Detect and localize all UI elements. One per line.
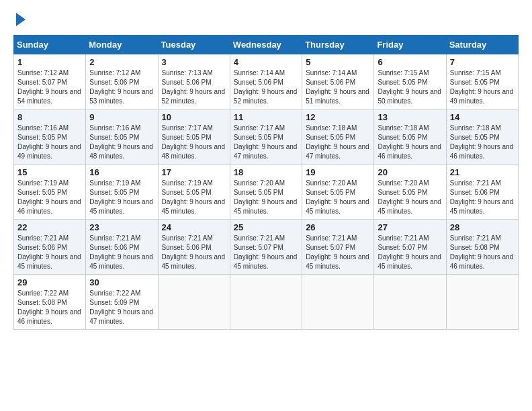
day-number: 4 [234,57,298,67]
calendar-cell: 18Sunrise: 7:20 AMSunset: 5:05 PMDayligh… [230,164,302,219]
header-friday: Friday [374,35,446,54]
calendar-cell: 20Sunrise: 7:20 AMSunset: 5:05 PMDayligh… [374,164,446,219]
day-info: Sunrise: 7:15 AMSunset: 5:05 PMDaylight:… [378,68,442,106]
day-number: 22 [17,222,82,232]
day-number: 16 [89,167,154,177]
header-saturday: Saturday [446,35,518,54]
calendar-cell: 28Sunrise: 7:21 AMSunset: 5:08 PMDayligh… [446,219,518,274]
day-info: Sunrise: 7:20 AMSunset: 5:05 PMDaylight:… [306,179,370,216]
calendar-cell: 7Sunrise: 7:15 AMSunset: 5:05 PMDaylight… [446,54,518,109]
calendar-week-row: 1Sunrise: 7:12 AMSunset: 5:07 PMDaylight… [14,54,519,109]
day-number: 15 [17,167,82,177]
calendar-cell: 27Sunrise: 7:21 AMSunset: 5:07 PMDayligh… [374,219,446,274]
day-number: 20 [378,167,442,177]
calendar-cell: 26Sunrise: 7:21 AMSunset: 5:07 PMDayligh… [302,219,374,274]
day-number: 2 [89,57,154,67]
calendar-cell: 22Sunrise: 7:21 AMSunset: 5:06 PMDayligh… [14,219,86,274]
calendar-cell: 23Sunrise: 7:21 AMSunset: 5:06 PMDayligh… [86,219,158,274]
day-info: Sunrise: 7:19 AMSunset: 5:05 PMDaylight:… [89,179,154,216]
day-number: 18 [234,167,298,177]
day-number: 25 [234,222,298,232]
calendar-cell: 15Sunrise: 7:19 AMSunset: 5:05 PMDayligh… [14,164,86,219]
header-monday: Monday [86,35,158,54]
day-number: 29 [17,277,82,287]
header-sunday: Sunday [14,35,86,54]
calendar-cell: 29Sunrise: 7:22 AMSunset: 5:08 PMDayligh… [14,274,86,329]
day-info: Sunrise: 7:20 AMSunset: 5:05 PMDaylight:… [234,179,298,216]
day-info: Sunrise: 7:16 AMSunset: 5:05 PMDaylight:… [89,124,154,161]
page-header [13,13,519,28]
day-number: 24 [162,222,226,232]
calendar-cell [446,274,518,329]
day-info: Sunrise: 7:17 AMSunset: 5:05 PMDaylight:… [234,124,298,161]
calendar-cell: 12Sunrise: 7:18 AMSunset: 5:05 PMDayligh… [302,109,374,164]
day-number: 5 [306,57,370,67]
header-thursday: Thursday [302,35,374,54]
header-tuesday: Tuesday [158,35,230,54]
logo [13,13,26,28]
day-number: 11 [234,112,298,122]
day-number: 27 [378,222,442,232]
day-number: 10 [162,112,226,122]
day-info: Sunrise: 7:18 AMSunset: 5:05 PMDaylight:… [306,124,370,161]
calendar-cell: 6Sunrise: 7:15 AMSunset: 5:05 PMDaylight… [374,54,446,109]
calendar-week-row: 15Sunrise: 7:19 AMSunset: 5:05 PMDayligh… [14,164,519,219]
calendar-cell: 25Sunrise: 7:21 AMSunset: 5:07 PMDayligh… [230,219,302,274]
day-info: Sunrise: 7:19 AMSunset: 5:05 PMDaylight:… [162,179,226,216]
calendar-cell: 16Sunrise: 7:19 AMSunset: 5:05 PMDayligh… [86,164,158,219]
day-info: Sunrise: 7:21 AMSunset: 5:06 PMDaylight:… [17,234,82,271]
calendar-cell: 5Sunrise: 7:14 AMSunset: 5:06 PMDaylight… [302,54,374,109]
day-info: Sunrise: 7:22 AMSunset: 5:09 PMDaylight:… [89,289,154,326]
calendar-week-row: 29Sunrise: 7:22 AMSunset: 5:08 PMDayligh… [14,274,519,329]
day-number: 26 [306,222,370,232]
calendar-cell: 9Sunrise: 7:16 AMSunset: 5:05 PMDaylight… [86,109,158,164]
day-number: 28 [450,222,515,232]
calendar-cell: 1Sunrise: 7:12 AMSunset: 5:07 PMDaylight… [14,54,86,109]
calendar-cell [230,274,302,329]
day-number: 21 [450,167,515,177]
day-info: Sunrise: 7:21 AMSunset: 5:06 PMDaylight:… [89,234,154,271]
day-info: Sunrise: 7:21 AMSunset: 5:07 PMDaylight:… [234,234,298,271]
day-number: 14 [450,112,515,122]
day-number: 1 [17,57,82,67]
calendar-cell [374,274,446,329]
day-number: 7 [450,57,515,67]
day-number: 19 [306,167,370,177]
calendar-cell: 14Sunrise: 7:18 AMSunset: 5:05 PMDayligh… [446,109,518,164]
calendar-cell: 4Sunrise: 7:14 AMSunset: 5:06 PMDaylight… [230,54,302,109]
day-info: Sunrise: 7:12 AMSunset: 5:07 PMDaylight:… [17,68,82,106]
day-info: Sunrise: 7:22 AMSunset: 5:08 PMDaylight:… [17,289,82,326]
day-info: Sunrise: 7:12 AMSunset: 5:06 PMDaylight:… [89,68,154,106]
day-info: Sunrise: 7:19 AMSunset: 5:05 PMDaylight:… [17,179,82,216]
day-info: Sunrise: 7:15 AMSunset: 5:05 PMDaylight:… [450,68,515,106]
calendar-cell [158,274,230,329]
day-info: Sunrise: 7:17 AMSunset: 5:05 PMDaylight:… [162,124,226,161]
day-info: Sunrise: 7:20 AMSunset: 5:05 PMDaylight:… [378,179,442,216]
day-number: 3 [162,57,226,67]
day-info: Sunrise: 7:21 AMSunset: 5:07 PMDaylight:… [378,234,442,271]
calendar-cell: 24Sunrise: 7:21 AMSunset: 5:06 PMDayligh… [158,219,230,274]
day-number: 8 [17,112,82,122]
calendar-cell: 21Sunrise: 7:21 AMSunset: 5:06 PMDayligh… [446,164,518,219]
calendar-week-row: 8Sunrise: 7:16 AMSunset: 5:05 PMDaylight… [14,109,519,164]
day-info: Sunrise: 7:18 AMSunset: 5:05 PMDaylight:… [378,124,442,161]
calendar-cell: 11Sunrise: 7:17 AMSunset: 5:05 PMDayligh… [230,109,302,164]
day-info: Sunrise: 7:14 AMSunset: 5:06 PMDaylight:… [306,68,370,106]
calendar-cell: 8Sunrise: 7:16 AMSunset: 5:05 PMDaylight… [14,109,86,164]
logo-arrow-icon [16,13,26,26]
calendar-cell: 10Sunrise: 7:17 AMSunset: 5:05 PMDayligh… [158,109,230,164]
day-info: Sunrise: 7:21 AMSunset: 5:07 PMDaylight:… [306,234,370,271]
calendar-table: SundayMondayTuesdayWednesdayThursdayFrid… [13,35,519,330]
calendar-cell: 30Sunrise: 7:22 AMSunset: 5:09 PMDayligh… [86,274,158,329]
calendar-header-row: SundayMondayTuesdayWednesdayThursdayFrid… [14,35,519,54]
day-number: 23 [89,222,154,232]
day-number: 9 [89,112,154,122]
day-number: 13 [378,112,442,122]
calendar-cell: 19Sunrise: 7:20 AMSunset: 5:05 PMDayligh… [302,164,374,219]
day-number: 17 [162,167,226,177]
day-number: 30 [89,277,154,287]
day-number: 12 [306,112,370,122]
calendar-cell: 13Sunrise: 7:18 AMSunset: 5:05 PMDayligh… [374,109,446,164]
calendar-cell [302,274,374,329]
day-info: Sunrise: 7:16 AMSunset: 5:05 PMDaylight:… [17,124,82,161]
